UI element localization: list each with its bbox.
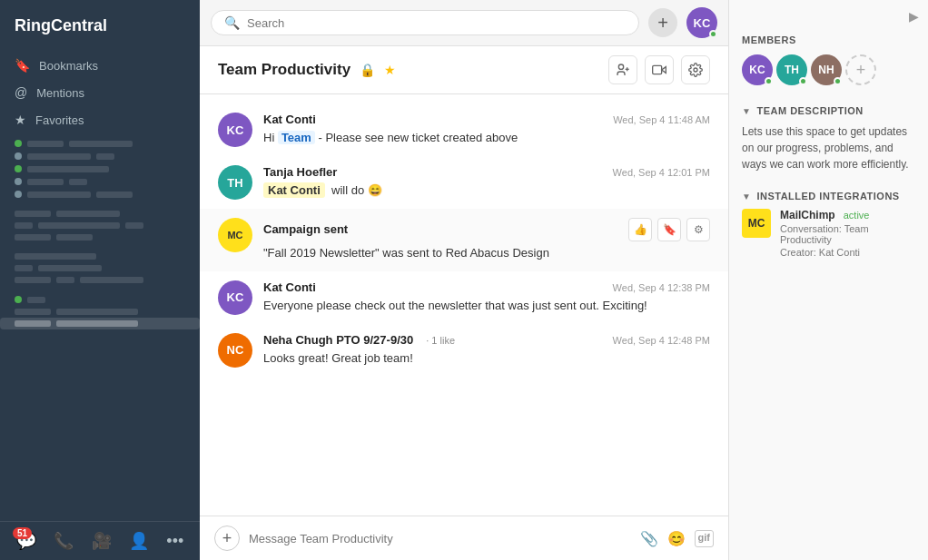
- message-body: Kat Conti Wed, Sep 4 11:48 AM Hi Team - …: [263, 113, 710, 147]
- description-title: TEAM DESCRIPTION: [756, 105, 863, 116]
- search-input[interactable]: [247, 16, 626, 30]
- list-item[interactable]: [0, 137, 200, 150]
- message-time: Wed, Sep 4 12:38 PM: [613, 282, 710, 293]
- add-member-button[interactable]: +: [845, 54, 876, 85]
- team-name-placeholder: [27, 179, 64, 185]
- message-input[interactable]: [249, 532, 631, 545]
- sidebar-item-mentions[interactable]: @ Mentions: [0, 79, 200, 106]
- message-body: Tanja Hoefler Wed, Sep 4 12:01 PM Kat Co…: [263, 165, 710, 200]
- mention-icon: @: [15, 85, 27, 100]
- like-count: · 1 like: [426, 335, 455, 346]
- user-avatar[interactable]: KC: [686, 7, 717, 38]
- integrations-title: INSTALLED INTEGRATIONS: [756, 191, 899, 201]
- team-name-placeholder: [27, 153, 91, 160]
- svg-marker-3: [662, 67, 666, 74]
- team-name-placeholder: [15, 211, 51, 217]
- collapse-button[interactable]: ▶: [909, 9, 919, 24]
- avatar: KC: [218, 113, 252, 147]
- video-call-button[interactable]: [645, 55, 674, 84]
- message-time: Wed, Sep 4 11:48 AM: [613, 114, 710, 125]
- team-name-placeholder: [15, 309, 51, 315]
- list-item[interactable]: [0, 188, 200, 201]
- sidebar-bookmarks-label: Bookmarks: [39, 59, 98, 73]
- message-text: Everyone please check out the newsletter…: [263, 297, 710, 315]
- video-icon[interactable]: 🎥: [92, 531, 112, 551]
- team-name-placeholder: [69, 141, 133, 147]
- team-name-placeholder: [56, 320, 138, 327]
- list-item[interactable]: [0, 231, 200, 243]
- settings-button[interactable]: [681, 55, 710, 84]
- list-item[interactable]: [0, 293, 200, 306]
- like-button[interactable]: 👍: [628, 218, 652, 241]
- right-panel: ▶ MEMBERS KC TH NH + ▼ TEAM DESCRIPTION …: [728, 0, 928, 560]
- message-header: Kat Conti Wed, Sep 4 12:38 PM: [263, 280, 710, 294]
- table-row: KC Kat Conti Wed, Sep 4 11:48 AM Hi Team…: [200, 103, 728, 156]
- table-row: TH Tanja Hoefler Wed, Sep 4 12:01 PM Kat…: [200, 156, 728, 209]
- phone-icon[interactable]: 📞: [54, 531, 74, 551]
- team-name-placeholder: [96, 153, 114, 160]
- integration-details: MailChimp active Conversation: Team Prod…: [780, 209, 915, 258]
- team-name-placeholder: [15, 222, 33, 229]
- team-name-placeholder: [125, 222, 143, 229]
- table-row: KC Kat Conti Wed, Sep 4 12:38 PM Everyon…: [200, 271, 728, 324]
- attach-button[interactable]: +: [214, 526, 240, 551]
- app-logo: RingCentral: [0, 0, 200, 52]
- list-item[interactable]: [0, 306, 200, 318]
- sidebar-favorites-label: Favorites: [35, 113, 84, 127]
- search-bar: 🔍 + KC: [200, 0, 728, 46]
- panel-toggle: ▶: [729, 0, 928, 24]
- svg-point-0: [618, 64, 623, 69]
- member-avatar: NH: [811, 54, 842, 85]
- message-text: Hi Team - Please see new ticket created …: [263, 129, 710, 147]
- attachment-icon[interactable]: 📎: [640, 530, 658, 547]
- list-item[interactable]: [0, 150, 200, 162]
- add-button[interactable]: +: [648, 8, 677, 37]
- more-icon[interactable]: •••: [166, 532, 183, 551]
- avatar: KC: [218, 280, 252, 315]
- add-members-button[interactable]: [608, 55, 637, 84]
- status-dot: [15, 296, 22, 303]
- status-dot: [15, 152, 22, 160]
- team-name-placeholder: [15, 253, 96, 260]
- list-item[interactable]: [0, 208, 200, 220]
- team-name-placeholder: [15, 277, 51, 283]
- list-item[interactable]: [0, 251, 200, 262]
- team-name-placeholder: [56, 309, 138, 315]
- message-sender: Tanja Hoefler: [263, 165, 337, 179]
- more-options-button[interactable]: ⚙: [686, 218, 710, 241]
- list-item[interactable]: [0, 274, 200, 286]
- team-name-placeholder: [27, 141, 64, 147]
- sidebar-item-bookmarks[interactable]: 🔖 Bookmarks: [0, 52, 200, 79]
- sidebar-item-favorites[interactable]: ★ Favorites: [0, 106, 200, 133]
- team-name-placeholder: [27, 166, 109, 172]
- active-badge: active: [844, 210, 870, 221]
- status-dot: [15, 191, 22, 198]
- campaign-actions: 👍 🔖 ⚙: [628, 218, 710, 241]
- favorite-icon[interactable]: ★: [384, 63, 396, 77]
- message-sender: Kat Conti: [263, 280, 316, 294]
- star-nav-icon: ★: [15, 113, 26, 127]
- message-body: Neha Chugh PTO 9/27-9/30 · 1 like Wed, S…: [263, 333, 710, 368]
- message-header: Kat Conti Wed, Sep 4 11:48 AM: [263, 113, 710, 126]
- list-item[interactable]: [0, 262, 200, 274]
- channel-title: Team Productivity: [218, 61, 350, 79]
- integration-name: MailChimp: [780, 209, 835, 221]
- list-item[interactable]: [0, 220, 200, 231]
- message-sender: Neha Chugh PTO 9/27-9/30: [263, 333, 413, 347]
- online-indicator: [799, 77, 807, 85]
- integrations-header[interactable]: ▼ INSTALLED INTEGRATIONS: [742, 191, 915, 201]
- list-item[interactable]: [0, 175, 200, 188]
- message-header: Campaign sent 👍 🔖 ⚙: [263, 218, 710, 241]
- status-dot: [15, 140, 22, 147]
- profile-icon[interactable]: 👤: [129, 531, 149, 551]
- list-item[interactable]: [0, 318, 200, 329]
- message-time: Wed, Sep 4 12:01 PM: [613, 167, 710, 178]
- list-item[interactable]: [0, 162, 200, 175]
- online-indicator: [765, 77, 773, 85]
- avatar: NC: [218, 333, 252, 368]
- gif-button[interactable]: gif: [695, 530, 714, 547]
- description-header[interactable]: ▼ TEAM DESCRIPTION: [742, 105, 915, 116]
- emoji-icon[interactable]: 😊: [667, 530, 686, 547]
- bookmark-button[interactable]: 🔖: [657, 218, 681, 241]
- messages-area: KC Kat Conti Wed, Sep 4 11:48 AM Hi Team…: [200, 94, 728, 516]
